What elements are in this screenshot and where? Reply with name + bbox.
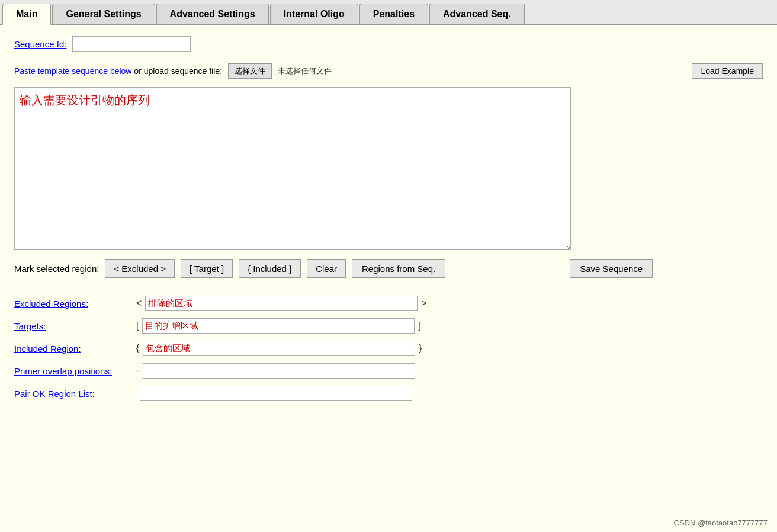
primer-overlap-bracket-left: - (136, 366, 139, 376)
save-sequence-button[interactable]: Save Sequence (570, 259, 653, 278)
load-example-button[interactable]: Load Example (692, 63, 763, 79)
tab-advanced-seq[interactable]: Advanced Seq. (429, 4, 525, 24)
seq-id-row: Sequence Id: (14, 36, 763, 52)
tab-internal-oligo[interactable]: Internal Oligo (270, 4, 358, 24)
upload-text-after: or upload sequence file: (131, 66, 222, 76)
tab-advanced-settings[interactable]: Advanced Settings (156, 4, 269, 24)
file-name-display: 未选择任何文件 (278, 66, 332, 76)
tab-penalties[interactable]: Penalties (359, 4, 428, 24)
fields-section: Excluded Regions: < > Targets: [ ] Inclu… (14, 296, 763, 401)
included-bracket-left: { (136, 343, 139, 354)
sequence-textarea[interactable] (14, 87, 571, 250)
footer: CSDN @taotaotao7777777 (674, 518, 768, 527)
pair-ok-row: Pair OK Region List: (14, 386, 763, 401)
tab-general-settings[interactable]: General Settings (52, 4, 155, 24)
excluded-regions-row: Excluded Regions: < > (14, 296, 763, 311)
targets-input[interactable] (142, 318, 415, 334)
targets-bracket-right: ] (418, 321, 420, 331)
clear-button[interactable]: Clear (307, 259, 346, 278)
main-content: Sequence Id: Paste template sequence bel… (0, 25, 777, 419)
upload-description: Paste template sequence below or upload … (14, 66, 222, 76)
primer-overlap-row: Primer overlap positions: - (14, 363, 763, 379)
excluded-bracket-left: < (136, 298, 142, 309)
pair-ok-label[interactable]: Pair OK Region List: (14, 389, 133, 399)
seq-id-input[interactable] (72, 36, 191, 52)
excluded-regions-input[interactable] (145, 296, 418, 311)
included-region-input[interactable] (143, 341, 415, 356)
paste-sequence-link[interactable]: Paste template sequence below (14, 66, 131, 76)
choose-file-button[interactable]: 选择文件 (228, 63, 272, 79)
tab-main[interactable]: Main (2, 4, 51, 25)
upload-row: Paste template sequence below or upload … (14, 63, 763, 79)
tab-bar: Main General Settings Advanced Settings … (0, 0, 777, 25)
included-button[interactable]: { Included } (239, 259, 301, 278)
excluded-regions-label[interactable]: Excluded Regions: (14, 299, 133, 309)
excluded-bracket-right: > (421, 298, 426, 309)
included-bracket-right: } (419, 343, 422, 354)
app-container: Main General Settings Advanced Settings … (0, 0, 777, 532)
primer-overlap-label[interactable]: Primer overlap positions: (14, 366, 133, 376)
targets-bracket-left: [ (136, 321, 139, 331)
mark-region-row: Mark selected region: < Excluded > [ Tar… (14, 259, 763, 278)
excluded-button[interactable]: < Excluded > (105, 259, 175, 278)
pair-ok-input[interactable] (140, 386, 412, 401)
included-region-row: Included Region: { } (14, 341, 763, 356)
target-button[interactable]: [ Target ] (181, 259, 233, 278)
included-region-label[interactable]: Included Region: (14, 344, 133, 354)
footer-text: CSDN @taotaotao7777777 (674, 518, 768, 527)
targets-row: Targets: [ ] (14, 318, 763, 334)
regions-from-seq-button[interactable]: Regions from Seq. (352, 259, 445, 278)
primer-overlap-input[interactable] (143, 363, 415, 379)
seq-id-label[interactable]: Sequence Id: (14, 39, 66, 49)
mark-region-label: Mark selected region: (14, 263, 99, 275)
targets-label[interactable]: Targets: (14, 321, 133, 331)
